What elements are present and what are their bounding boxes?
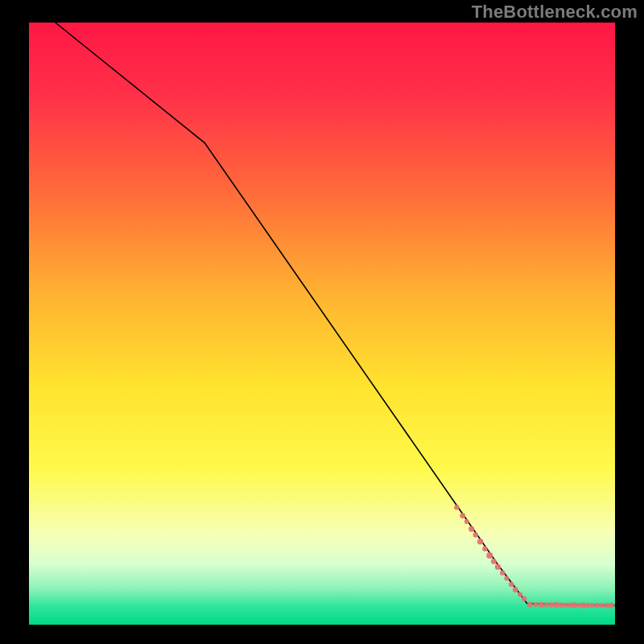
- data-point: [460, 513, 465, 518]
- data-point: [564, 603, 568, 608]
- data-point: [544, 602, 549, 607]
- data-point: [539, 602, 544, 608]
- plot-background: [29, 23, 615, 625]
- data-point: [518, 592, 522, 597]
- data-point: [486, 552, 493, 559]
- watermark-text: TheBottleneck.com: [472, 2, 638, 23]
- data-point: [572, 602, 577, 608]
- data-point: [477, 539, 484, 545]
- data-point: [469, 526, 474, 531]
- data-point: [594, 603, 599, 608]
- data-point: [580, 602, 586, 608]
- data-point: [609, 602, 614, 608]
- data-point: [473, 532, 478, 537]
- data-point: [504, 576, 509, 580]
- data-point: [454, 505, 459, 510]
- data-point: [464, 519, 469, 524]
- data-point: [482, 547, 487, 551]
- data-point: [500, 570, 505, 575]
- chart-stage: TheBottleneck.com: [0, 0, 644, 644]
- data-point: [509, 582, 514, 587]
- data-point: [559, 602, 564, 607]
- data-point: [590, 603, 595, 608]
- data-point: [599, 603, 604, 608]
- data-point: [554, 602, 559, 608]
- data-point: [548, 602, 554, 608]
- data-point: [527, 602, 533, 608]
- data-point: [522, 597, 526, 601]
- data-point: [495, 564, 501, 570]
- data-point: [534, 602, 539, 607]
- data-point: [513, 587, 518, 592]
- chart-canvas: [0, 0, 644, 644]
- data-point: [491, 559, 497, 564]
